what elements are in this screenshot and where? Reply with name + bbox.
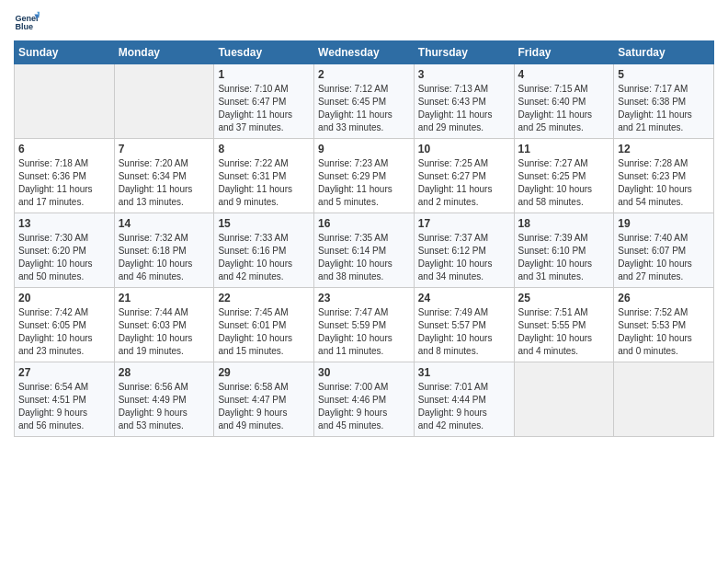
calendar-cell: 8Sunrise: 7:22 AMSunset: 6:31 PMDaylight…: [214, 139, 314, 213]
week-row-4: 20Sunrise: 7:42 AMSunset: 6:05 PMDayligh…: [15, 288, 714, 362]
logo-icon: General Blue: [14, 9, 40, 35]
calendar-cell: 6Sunrise: 7:18 AMSunset: 6:36 PMDaylight…: [15, 139, 115, 213]
day-number: 7: [119, 143, 210, 155]
cell-content: Sunrise: 7:51 AMSunset: 5:55 PMDaylight:…: [518, 306, 610, 358]
calendar-cell: 15Sunrise: 7:33 AMSunset: 6:16 PMDayligh…: [214, 213, 314, 288]
day-header-saturday: Saturday: [614, 41, 714, 64]
cell-content: Sunrise: 7:27 AMSunset: 6:25 PMDaylight:…: [518, 157, 610, 209]
calendar-cell: 23Sunrise: 7:47 AMSunset: 5:59 PMDayligh…: [314, 288, 415, 362]
cell-content: Sunrise: 7:32 AMSunset: 6:18 PMDaylight:…: [119, 232, 210, 283]
day-number: 1: [218, 68, 310, 81]
cell-content: Sunrise: 7:42 AMSunset: 6:05 PMDaylight:…: [18, 306, 110, 358]
day-number: 16: [318, 217, 410, 230]
cell-content: Sunrise: 7:20 AMSunset: 6:34 PMDaylight:…: [119, 157, 210, 209]
calendar-cell: [15, 64, 115, 139]
day-number: 19: [618, 217, 710, 230]
calendar-cell: 16Sunrise: 7:35 AMSunset: 6:14 PMDayligh…: [314, 213, 415, 288]
cell-content: Sunrise: 7:30 AMSunset: 6:20 PMDaylight:…: [18, 232, 110, 283]
calendar-cell: 11Sunrise: 7:27 AMSunset: 6:25 PMDayligh…: [514, 139, 614, 213]
calendar-cell: 7Sunrise: 7:20 AMSunset: 6:34 PMDaylight…: [114, 139, 214, 213]
cell-content: Sunrise: 7:25 AMSunset: 6:27 PMDaylight:…: [418, 157, 510, 209]
cell-content: Sunrise: 7:28 AMSunset: 6:23 PMDaylight:…: [618, 157, 710, 209]
calendar-cell: 26Sunrise: 7:52 AMSunset: 5:53 PMDayligh…: [614, 288, 714, 362]
cell-content: Sunrise: 6:54 AMSunset: 4:51 PMDaylight:…: [18, 381, 110, 432]
calendar-cell: [614, 362, 714, 437]
day-header-tuesday: Tuesday: [214, 41, 314, 64]
day-header-sunday: Sunday: [15, 41, 115, 64]
cell-content: Sunrise: 6:58 AMSunset: 4:47 PMDaylight:…: [218, 381, 310, 432]
calendar-cell: 10Sunrise: 7:25 AMSunset: 6:27 PMDayligh…: [414, 139, 514, 213]
cell-content: Sunrise: 7:40 AMSunset: 6:07 PMDaylight:…: [618, 232, 710, 283]
calendar-cell: 30Sunrise: 7:00 AMSunset: 4:46 PMDayligh…: [314, 362, 415, 437]
day-number: 21: [119, 292, 210, 304]
cell-content: Sunrise: 7:15 AMSunset: 6:40 PMDaylight:…: [518, 83, 610, 134]
cell-content: Sunrise: 7:10 AMSunset: 6:47 PMDaylight:…: [218, 83, 310, 134]
week-row-2: 6Sunrise: 7:18 AMSunset: 6:36 PMDaylight…: [15, 139, 714, 213]
day-header-monday: Monday: [114, 41, 214, 64]
day-number: 3: [418, 68, 510, 81]
cell-content: Sunrise: 7:13 AMSunset: 6:43 PMDaylight:…: [418, 83, 510, 134]
calendar-cell: 2Sunrise: 7:12 AMSunset: 6:45 PMDaylight…: [314, 64, 415, 139]
day-number: 24: [418, 292, 510, 304]
cell-content: Sunrise: 7:17 AMSunset: 6:38 PMDaylight:…: [618, 83, 710, 134]
cell-content: Sunrise: 7:18 AMSunset: 6:36 PMDaylight:…: [18, 157, 110, 209]
calendar-cell: 18Sunrise: 7:39 AMSunset: 6:10 PMDayligh…: [514, 213, 614, 288]
cell-content: Sunrise: 6:56 AMSunset: 4:49 PMDaylight:…: [119, 381, 210, 432]
day-number: 27: [18, 366, 110, 379]
calendar-cell: 3Sunrise: 7:13 AMSunset: 6:43 PMDaylight…: [414, 64, 514, 139]
cell-content: Sunrise: 7:00 AMSunset: 4:46 PMDaylight:…: [318, 381, 410, 432]
day-number: 6: [18, 143, 110, 155]
calendar-cell: 29Sunrise: 6:58 AMSunset: 4:47 PMDayligh…: [214, 362, 314, 437]
calendar-cell: 31Sunrise: 7:01 AMSunset: 4:44 PMDayligh…: [414, 362, 514, 437]
week-row-1: 1Sunrise: 7:10 AMSunset: 6:47 PMDaylight…: [15, 64, 714, 139]
day-number: 31: [418, 366, 510, 379]
day-number: 29: [218, 366, 310, 379]
day-number: 8: [218, 143, 310, 155]
day-number: 28: [119, 366, 210, 379]
day-number: 25: [518, 292, 610, 304]
day-number: 14: [119, 217, 210, 230]
page-header: General Blue: [14, 9, 714, 35]
calendar-cell: 25Sunrise: 7:51 AMSunset: 5:55 PMDayligh…: [514, 288, 614, 362]
calendar-cell: 17Sunrise: 7:37 AMSunset: 6:12 PMDayligh…: [414, 213, 514, 288]
cell-content: Sunrise: 7:35 AMSunset: 6:14 PMDaylight:…: [318, 232, 410, 283]
day-number: 18: [518, 217, 610, 230]
calendar-cell: 5Sunrise: 7:17 AMSunset: 6:38 PMDaylight…: [614, 64, 714, 139]
calendar-cell: 1Sunrise: 7:10 AMSunset: 6:47 PMDaylight…: [214, 64, 314, 139]
day-number: 15: [218, 217, 310, 230]
cell-content: Sunrise: 7:22 AMSunset: 6:31 PMDaylight:…: [218, 157, 310, 209]
calendar-cell: 9Sunrise: 7:23 AMSunset: 6:29 PMDaylight…: [314, 139, 415, 213]
cell-content: Sunrise: 7:44 AMSunset: 6:03 PMDaylight:…: [119, 306, 210, 358]
day-number: 20: [18, 292, 110, 304]
calendar-cell: 14Sunrise: 7:32 AMSunset: 6:18 PMDayligh…: [114, 213, 214, 288]
calendar-cell: [114, 64, 214, 139]
cell-content: Sunrise: 7:47 AMSunset: 5:59 PMDaylight:…: [318, 306, 410, 358]
calendar-cell: 13Sunrise: 7:30 AMSunset: 6:20 PMDayligh…: [15, 213, 115, 288]
week-row-3: 13Sunrise: 7:30 AMSunset: 6:20 PMDayligh…: [15, 213, 714, 288]
day-number: 4: [518, 68, 610, 81]
day-number: 26: [618, 292, 710, 304]
day-number: 10: [418, 143, 510, 155]
cell-content: Sunrise: 7:39 AMSunset: 6:10 PMDaylight:…: [518, 232, 610, 283]
day-number: 17: [418, 217, 510, 230]
calendar-cell: 22Sunrise: 7:45 AMSunset: 6:01 PMDayligh…: [214, 288, 314, 362]
calendar-cell: 21Sunrise: 7:44 AMSunset: 6:03 PMDayligh…: [114, 288, 214, 362]
day-number: 30: [318, 366, 410, 379]
day-number: 11: [518, 143, 610, 155]
calendar-cell: 19Sunrise: 7:40 AMSunset: 6:07 PMDayligh…: [614, 213, 714, 288]
cell-content: Sunrise: 7:33 AMSunset: 6:16 PMDaylight:…: [218, 232, 310, 283]
logo: General Blue: [14, 9, 40, 35]
calendar-header-row: SundayMondayTuesdayWednesdayThursdayFrid…: [15, 41, 714, 64]
cell-content: Sunrise: 7:37 AMSunset: 6:12 PMDaylight:…: [418, 232, 510, 283]
calendar-cell: 4Sunrise: 7:15 AMSunset: 6:40 PMDaylight…: [514, 64, 614, 139]
day-number: 22: [218, 292, 310, 304]
day-number: 9: [318, 143, 410, 155]
calendar-cell: 28Sunrise: 6:56 AMSunset: 4:49 PMDayligh…: [114, 362, 214, 437]
svg-text:Blue: Blue: [15, 22, 33, 31]
calendar-cell: 12Sunrise: 7:28 AMSunset: 6:23 PMDayligh…: [614, 139, 714, 213]
cell-content: Sunrise: 7:01 AMSunset: 4:44 PMDaylight:…: [418, 381, 510, 432]
cell-content: Sunrise: 7:52 AMSunset: 5:53 PMDaylight:…: [618, 306, 710, 358]
cell-content: Sunrise: 7:49 AMSunset: 5:57 PMDaylight:…: [418, 306, 510, 358]
calendar-cell: 24Sunrise: 7:49 AMSunset: 5:57 PMDayligh…: [414, 288, 514, 362]
calendar-cell: 27Sunrise: 6:54 AMSunset: 4:51 PMDayligh…: [15, 362, 115, 437]
